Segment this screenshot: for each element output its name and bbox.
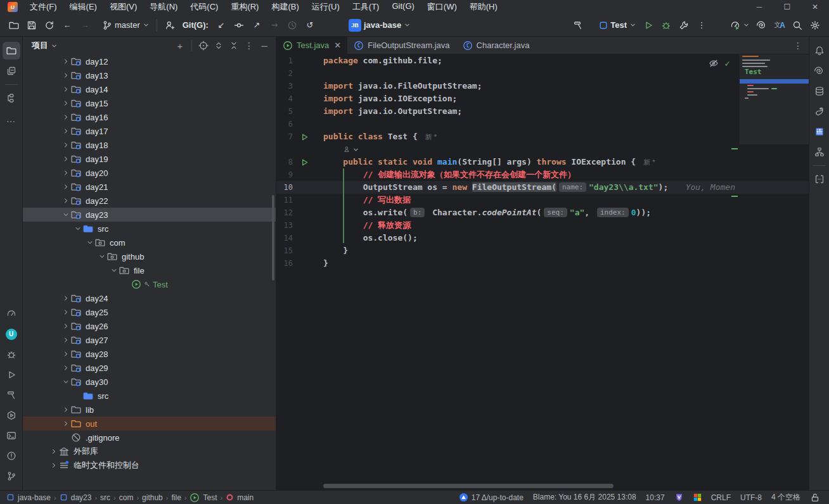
menu-item[interactable]: 重构(R) xyxy=(225,0,264,14)
tree-item-lib[interactable]: lib xyxy=(23,403,276,417)
tool-brackets-button[interactable] xyxy=(811,170,828,188)
tool-plugin-u-button[interactable]: U xyxy=(3,325,20,343)
tree-item-Test[interactable]: Test xyxy=(23,277,276,291)
horizontal-scrollbar[interactable] xyxy=(323,484,614,488)
chevron-right-icon[interactable] xyxy=(61,183,71,191)
tool-project-button[interactable] xyxy=(3,42,20,60)
tab-options-button[interactable]: ⋮ xyxy=(787,37,809,54)
tool-version-control-button[interactable] xyxy=(3,467,20,485)
chevron-right-icon[interactable] xyxy=(61,113,71,121)
tool-plugin-grid-button[interactable] xyxy=(811,123,828,141)
chevron-right-icon[interactable] xyxy=(61,169,71,177)
status-widget-shield[interactable] xyxy=(672,493,686,502)
rollback-button[interactable]: ↺ xyxy=(301,16,319,34)
tool-structure-button[interactable] xyxy=(3,89,20,107)
chevron-right-icon[interactable] xyxy=(61,72,71,79)
breadcrumb-file[interactable]: file xyxy=(171,493,181,502)
cherry-pick-button[interactable]: ⇝ xyxy=(266,16,283,34)
more-actions-button[interactable]: ⋮ xyxy=(693,16,710,34)
tree-item-外部库[interactable]: 外部库 xyxy=(23,444,276,458)
status-widget-10:37[interactable]: 10:37 xyxy=(643,493,667,502)
code-line-11[interactable]: 11 // 写出数据 xyxy=(276,194,809,206)
tree-item-day26[interactable]: day26 xyxy=(23,319,276,333)
chevron-right-icon[interactable] xyxy=(61,197,71,205)
collapse-all-button[interactable] xyxy=(226,38,241,53)
chevron-right-icon[interactable] xyxy=(61,406,71,413)
parameter-hint[interactable]: name: xyxy=(559,182,586,192)
tree-item-day18[interactable]: day18 xyxy=(23,138,276,152)
chevron-down-icon[interactable] xyxy=(85,239,95,246)
project-panel-title[interactable]: 项目 xyxy=(32,40,48,51)
menu-item[interactable]: 代码(C) xyxy=(184,0,224,14)
breadcrumb-java-base[interactable]: java-base xyxy=(6,493,51,502)
code-vision-hint[interactable]: 新 * xyxy=(425,133,437,141)
breadcrumb-com[interactable]: com xyxy=(119,493,134,502)
code-editor[interactable]: 1package com.github.file;23import java.i… xyxy=(276,54,809,490)
chevron-right-icon[interactable] xyxy=(61,85,71,93)
commit-button[interactable] xyxy=(230,16,248,34)
code-line-5[interactable]: 5import java.io.OutputStream; xyxy=(276,105,809,118)
tree-item-day13[interactable]: day13 xyxy=(23,68,276,82)
status-widget-Blame: You 16 6月 2025 13:08[interactable]: Blame: You 16 6月 2025 13:08 xyxy=(530,492,639,503)
code-line-7[interactable]: 7public class Test {新 * xyxy=(276,130,809,143)
sync-button[interactable] xyxy=(41,16,58,34)
code-line-13[interactable]: 13 // 释放资源 xyxy=(276,219,809,232)
tool-database-button[interactable] xyxy=(811,82,828,100)
status-widget-unlock[interactable] xyxy=(807,493,823,503)
code-line-3[interactable]: 3import java.io.FileOutputStream; xyxy=(276,80,809,92)
code-line-8[interactable]: 8 public static void main(String[] args)… xyxy=(276,156,809,168)
run-button[interactable] xyxy=(639,16,657,34)
project-scrollbar[interactable] xyxy=(272,195,274,280)
tool-more-horizontal-button[interactable]: … xyxy=(3,110,20,127)
more-tools-button[interactable] xyxy=(675,16,693,34)
chevron-right-icon[interactable] xyxy=(61,294,71,302)
breadcrumb-github[interactable]: github xyxy=(142,493,163,502)
code-line-9[interactable]: 9 // 创建输出流对象（如果文件不存在会创建一个新文件） xyxy=(276,168,809,181)
chevron-right-icon[interactable] xyxy=(61,308,71,316)
hide-button[interactable]: ─ xyxy=(257,38,272,53)
chevron-right-icon[interactable] xyxy=(61,350,71,358)
expand-all-button[interactable] xyxy=(211,38,226,53)
tree-item-day25[interactable]: day25 xyxy=(23,305,276,319)
open-folder-button[interactable] xyxy=(5,16,23,34)
run-line-icon[interactable] xyxy=(299,157,309,167)
code-line-4[interactable]: 4import java.io.IOException; xyxy=(276,92,809,105)
tool-debug-tool-button[interactable] xyxy=(3,346,20,363)
menu-item[interactable]: 窗口(W) xyxy=(421,0,463,14)
chevron-right-icon[interactable] xyxy=(61,155,71,163)
code-vision-hint[interactable]: 新 * xyxy=(643,158,655,166)
menu-item[interactable]: 工具(T) xyxy=(347,0,385,14)
history-button[interactable] xyxy=(283,16,301,34)
tool-services-button[interactable] xyxy=(3,406,20,424)
search-everywhere-button[interactable] xyxy=(788,16,806,34)
tree-item-day17[interactable]: day17 xyxy=(23,124,276,138)
code-line-16[interactable]: 16} xyxy=(276,257,809,270)
menu-item[interactable]: 帮助(H) xyxy=(464,0,503,14)
tree-item-day28[interactable]: day28 xyxy=(23,347,276,361)
profiler-button[interactable] xyxy=(727,16,753,34)
branch-selector[interactable]: master xyxy=(99,16,153,34)
run-config-selector[interactable]: Test xyxy=(596,16,639,34)
code-line-12[interactable]: 12 os.write(b: Character.codePointAt(seq… xyxy=(276,206,809,219)
inspection-widget[interactable]: ✓ xyxy=(709,58,730,68)
chevron-down-icon[interactable] xyxy=(109,267,119,274)
tab-FileOutputStream.java[interactable]: CFileOutputStream.java xyxy=(347,37,456,54)
parameter-hint[interactable]: seq: xyxy=(544,208,567,217)
git-menu-label[interactable]: Git(G): xyxy=(183,20,209,30)
menu-item[interactable]: 视图(V) xyxy=(104,0,143,14)
breadcrumb-day23[interactable]: day23 xyxy=(60,493,92,502)
code-vision-row[interactable] xyxy=(276,143,809,156)
menu-item[interactable]: 导航(N) xyxy=(144,0,183,14)
status-widget-4 个空格[interactable]: 4 个空格 xyxy=(769,492,803,503)
tree-item-day29[interactable]: day29 xyxy=(23,361,276,375)
tool-problems-button[interactable] xyxy=(3,447,20,465)
add-button[interactable]: + xyxy=(172,38,188,53)
tree-item-day19[interactable]: day19 xyxy=(23,152,276,166)
menu-item[interactable]: Git(G) xyxy=(386,0,420,14)
chevron-right-icon[interactable] xyxy=(61,322,71,330)
tree-item-day22[interactable]: day22 xyxy=(23,194,276,208)
chevron-down-icon[interactable] xyxy=(61,211,71,218)
chevron-right-icon[interactable] xyxy=(61,127,71,135)
chevron-right-icon[interactable] xyxy=(49,448,59,455)
code-line-6[interactable]: 6 xyxy=(276,118,809,130)
